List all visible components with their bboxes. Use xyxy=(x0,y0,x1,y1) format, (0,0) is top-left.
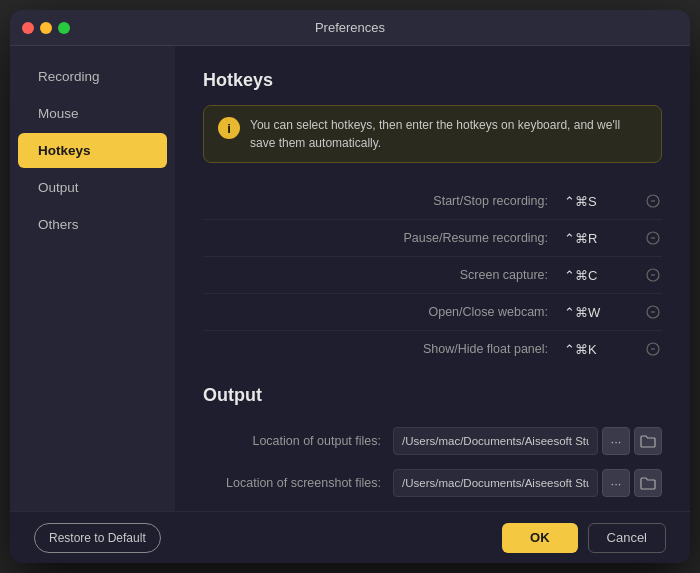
screenshot-files-input[interactable] xyxy=(393,469,598,497)
output-files-label: Location of output files: xyxy=(203,434,393,448)
window-controls xyxy=(22,22,70,34)
hotkey-value-float-panel: ⌃⌘K xyxy=(564,342,644,357)
cancel-button[interactable]: Cancel xyxy=(588,523,666,553)
sidebar-item-mouse[interactable]: Mouse xyxy=(18,96,167,131)
sidebar-item-recording[interactable]: Recording xyxy=(18,59,167,94)
screenshot-files-dots-button[interactable]: ··· xyxy=(602,469,630,497)
footer-actions: OK Cancel xyxy=(502,523,666,553)
output-files-row: Location of output files: ··· xyxy=(203,420,662,462)
preferences-window: Preferences Recording Mouse Hotkeys Outp… xyxy=(10,10,690,563)
window-title: Preferences xyxy=(315,20,385,35)
ok-button[interactable]: OK xyxy=(502,523,578,553)
hotkey-value-screen-capture: ⌃⌘C xyxy=(564,268,644,283)
screenshot-files-row: Location of screenshot files: ··· xyxy=(203,462,662,504)
hotkey-edit-icon-screen-capture[interactable] xyxy=(644,266,662,284)
screenshot-files-label: Location of screenshot files: xyxy=(203,476,393,490)
hotkey-value-pause-resume: ⌃⌘R xyxy=(564,231,644,246)
info-banner: i You can select hotkeys, then enter the… xyxy=(203,105,662,163)
minimize-button[interactable] xyxy=(40,22,52,34)
hotkey-row-webcam: Open/Close webcam: ⌃⌘W xyxy=(203,294,662,331)
titlebar: Preferences xyxy=(10,10,690,46)
hotkey-value-start-stop: ⌃⌘S xyxy=(564,194,644,209)
screenshot-files-field: ··· xyxy=(393,469,662,497)
output-section: Output Location of output files: ··· xyxy=(203,385,662,511)
info-icon: i xyxy=(218,117,240,139)
footer: Restore to Default OK Cancel xyxy=(10,511,690,563)
hotkeys-section: Hotkeys i You can select hotkeys, then e… xyxy=(203,70,662,367)
hotkey-row-start-stop: Start/Stop recording: ⌃⌘S xyxy=(203,183,662,220)
main-panel: Hotkeys i You can select hotkeys, then e… xyxy=(175,46,690,511)
hotkey-row-pause-resume: Pause/Resume recording: ⌃⌘R xyxy=(203,220,662,257)
output-files-folder-button[interactable] xyxy=(634,427,662,455)
sidebar-item-others[interactable]: Others xyxy=(18,207,167,242)
screenshot-files-folder-button[interactable] xyxy=(634,469,662,497)
hotkey-label-pause-resume: Pause/Resume recording: xyxy=(203,231,564,245)
hotkey-edit-icon-webcam[interactable] xyxy=(644,303,662,321)
hotkeys-title: Hotkeys xyxy=(203,70,662,91)
hotkey-row-float-panel: Show/Hide float panel: ⌃⌘K xyxy=(203,331,662,367)
hotkey-label-webcam: Open/Close webcam: xyxy=(203,305,564,319)
hotkey-label-start-stop: Start/Stop recording: xyxy=(203,194,564,208)
main-content: Recording Mouse Hotkeys Output Others Ho… xyxy=(10,46,690,511)
output-files-field: ··· xyxy=(393,427,662,455)
hotkey-edit-icon-start-stop[interactable] xyxy=(644,192,662,210)
hotkey-row-screen-capture: Screen capture: ⌃⌘C xyxy=(203,257,662,294)
sidebar: Recording Mouse Hotkeys Output Others xyxy=(10,46,175,511)
restore-default-button[interactable]: Restore to Default xyxy=(34,523,161,553)
screenshot-format-row: Screenshot format: PNG ⌄ xyxy=(203,504,662,511)
output-files-input[interactable] xyxy=(393,427,598,455)
sidebar-item-output[interactable]: Output xyxy=(18,170,167,205)
hotkey-edit-icon-pause-resume[interactable] xyxy=(644,229,662,247)
output-files-dots-button[interactable]: ··· xyxy=(602,427,630,455)
sidebar-item-hotkeys[interactable]: Hotkeys xyxy=(18,133,167,168)
hotkey-value-webcam: ⌃⌘W xyxy=(564,305,644,320)
hotkey-edit-icon-float-panel[interactable] xyxy=(644,340,662,358)
info-text: You can select hotkeys, then enter the h… xyxy=(250,116,647,152)
hotkey-label-screen-capture: Screen capture: xyxy=(203,268,564,282)
hotkey-label-float-panel: Show/Hide float panel: xyxy=(203,342,564,356)
output-title: Output xyxy=(203,385,662,406)
close-button[interactable] xyxy=(22,22,34,34)
maximize-button[interactable] xyxy=(58,22,70,34)
